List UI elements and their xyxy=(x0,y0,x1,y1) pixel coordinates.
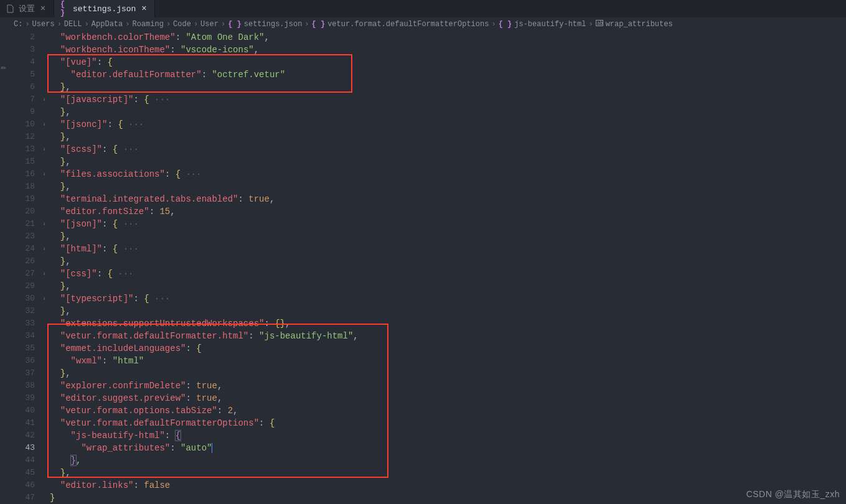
chevron-right-icon[interactable]: › xyxy=(39,168,50,180)
breadcrumb-item[interactable]: DELL xyxy=(64,20,82,29)
breadcrumb-item[interactable]: Users xyxy=(32,20,55,29)
code-line[interactable]: "wrap_attributes": "auto" xyxy=(50,442,846,454)
code-line[interactable]: "editor.defaultFormatter": "octref.vetur… xyxy=(50,68,846,81)
line-number: 13 xyxy=(11,143,35,156)
code-line[interactable]: "[javascript]": { ··· xyxy=(50,93,846,106)
token-punc: : xyxy=(133,480,144,490)
close-icon[interactable]: × xyxy=(39,4,47,13)
code-line[interactable]: "[css]": { ··· xyxy=(50,268,846,280)
code-line[interactable]: }, xyxy=(50,81,846,93)
code-line[interactable]: "terminal.integrated.tabs.enabled": true… xyxy=(50,193,846,205)
chevron-right-icon[interactable]: › xyxy=(39,218,50,230)
code-line[interactable]: "explorer.confirmDelete": true, xyxy=(50,380,846,392)
code-line[interactable]: "[html]": { ··· xyxy=(50,243,846,255)
code-line[interactable]: }, xyxy=(50,467,846,479)
fold-toggle[interactable]: › xyxy=(39,168,50,180)
chevron-right-icon[interactable]: › xyxy=(39,143,50,156)
code-line[interactable]: "files.associations": { ··· xyxy=(50,168,846,180)
code-line[interactable]: "editor.links": false xyxy=(50,479,846,492)
chevron-right-icon[interactable]: › xyxy=(39,93,50,106)
code-line[interactable]: }, xyxy=(50,180,846,193)
fold-toggle[interactable]: › xyxy=(39,268,50,280)
editor[interactable]: ✎ 23456791012131516181920212324262729303… xyxy=(0,31,846,504)
code-line[interactable]: }, xyxy=(50,156,846,168)
chevron-right-icon[interactable]: › xyxy=(39,292,50,305)
code-line[interactable]: "vetur.format.options.tabSize": 2, xyxy=(50,404,846,417)
tab-settings[interactable]: 设置 × xyxy=(0,0,54,17)
line-number: 15 xyxy=(11,156,35,168)
token-bool: false xyxy=(144,480,170,490)
string-icon: ab xyxy=(596,20,603,29)
code-line[interactable]: "[vue]": { xyxy=(50,56,846,68)
fold-toggle[interactable]: › xyxy=(39,93,50,106)
code-line[interactable]: "workbench.iconTheme": "vscode-icons", xyxy=(50,44,846,56)
code-line[interactable]: } xyxy=(50,492,846,504)
chevron-right-icon[interactable]: › xyxy=(39,118,50,131)
code-line[interactable]: "[jsonc]": { ··· xyxy=(50,118,846,131)
token-str: "Atom One Dark" xyxy=(186,32,264,42)
breadcrumb-item[interactable]: { }js-beautify-html xyxy=(499,20,586,29)
breadcrumb-item[interactable]: C: xyxy=(14,20,22,29)
breadcrumb-item[interactable]: { }vetur.format.defaultFormatterOptions xyxy=(312,20,489,29)
code-line[interactable]: "js-beautify-html": { xyxy=(50,429,846,442)
code-line[interactable]: "wxml": "html" xyxy=(50,355,846,367)
fold-toggle[interactable]: › xyxy=(39,218,50,230)
fold-gutter: ›››››››› xyxy=(39,31,50,504)
code-line[interactable]: "emmet.includeLanguages": { xyxy=(50,342,846,355)
code-line[interactable]: }, xyxy=(50,106,846,118)
breadcrumb-item[interactable]: abwrap_attributes xyxy=(596,20,673,29)
code-line[interactable]: "editor.fontSize": 15, xyxy=(50,205,846,218)
token-punc: , xyxy=(270,194,275,204)
token-key: "terminal.integrated.tabs.enabled" xyxy=(60,194,238,204)
breadcrumb-label: wrap_attributes xyxy=(606,20,673,29)
code-line[interactable]: }, xyxy=(50,131,846,143)
close-icon[interactable]: × xyxy=(139,4,148,13)
chevron-right-icon[interactable]: › xyxy=(39,243,50,255)
fold-toggle[interactable]: › xyxy=(39,292,50,305)
fold-toggle[interactable]: › xyxy=(39,243,50,255)
token-key: "vetur.format.options.tabSize" xyxy=(60,406,217,416)
token-punc: , xyxy=(65,107,70,117)
chevron-right-icon: › xyxy=(85,20,89,29)
code-line[interactable]: "vetur.format.defaultFormatter.html": "j… xyxy=(50,330,846,342)
line-number: 36 xyxy=(11,355,35,367)
breadcrumb-item[interactable]: Code xyxy=(173,20,191,29)
tab-settings-json[interactable]: { } settings.json × xyxy=(54,0,155,17)
line-number: 20 xyxy=(11,205,35,218)
code-line[interactable]: "workbench.colorTheme": "Atom One Dark", xyxy=(50,31,846,44)
breadcrumb-item[interactable]: { }settings.json xyxy=(228,20,302,29)
token-str: "octref.vetur" xyxy=(212,70,285,80)
code-line[interactable]: }, xyxy=(50,454,846,467)
breadcrumb[interactable]: C:›Users›DELL›AppData›Roaming›Code›User›… xyxy=(0,17,846,31)
chevron-right-icon[interactable]: › xyxy=(39,268,50,280)
code-line[interactable]: }, xyxy=(50,305,846,317)
breadcrumb-item[interactable]: User xyxy=(200,20,219,29)
token-key: "vetur.format.defaultFormatter.html" xyxy=(60,331,248,341)
fold-toggle xyxy=(39,68,50,81)
code-line[interactable]: "vetur.format.defaultFormatterOptions": … xyxy=(50,417,846,429)
line-number: 45 xyxy=(11,467,35,479)
token-key: "[css]" xyxy=(60,269,97,279)
token-brace-y: { xyxy=(113,244,118,254)
code-line[interactable]: "[json]": { ··· xyxy=(50,218,846,230)
chevron-right-icon: › xyxy=(491,20,496,29)
code-line[interactable]: }, xyxy=(50,367,846,380)
breadcrumb-item[interactable]: Roaming xyxy=(132,20,163,29)
fold-toggle[interactable]: › xyxy=(39,143,50,156)
code-line[interactable]: "[typescript]": { ··· xyxy=(50,292,846,305)
code-line[interactable]: }, xyxy=(50,255,846,268)
code-line[interactable]: "[scss]": { ··· xyxy=(50,143,846,156)
code-line[interactable]: "editor.suggest.preview": true, xyxy=(50,392,846,404)
token-punc: , xyxy=(76,455,81,465)
code-line[interactable]: }, xyxy=(50,230,846,243)
code-line[interactable]: }, xyxy=(50,280,846,292)
line-number: 43 xyxy=(11,442,35,454)
code-area[interactable]: "workbench.colorTheme": "Atom One Dark",… xyxy=(50,31,846,504)
fold-toggle[interactable]: › xyxy=(39,118,50,131)
token-ellip: ··· xyxy=(149,95,171,105)
token-brace-y: { xyxy=(144,95,149,105)
code-line[interactable]: "extensions.supportUntrustedWorkspaces":… xyxy=(50,317,846,330)
fold-toggle xyxy=(39,367,50,380)
breadcrumb-item[interactable]: AppData xyxy=(92,20,123,29)
fold-toggle xyxy=(39,330,50,342)
